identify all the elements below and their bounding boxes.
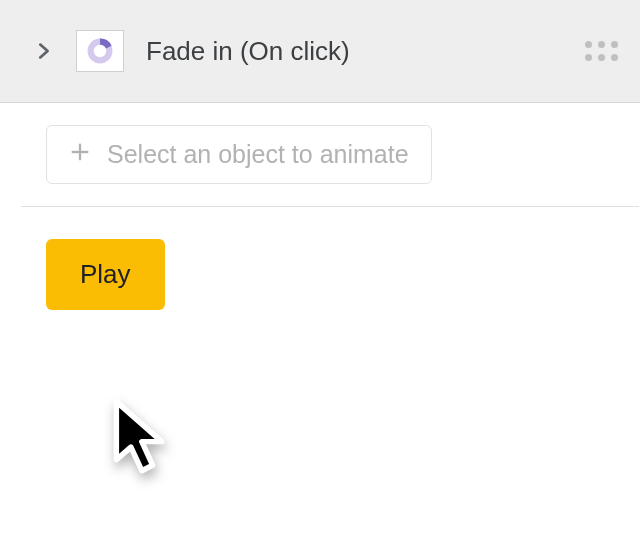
svg-point-1: [95, 46, 104, 55]
play-row: Play: [0, 207, 640, 342]
drag-handle-icon[interactable]: [584, 34, 618, 68]
object-thumbnail: [76, 30, 124, 72]
animation-list-item[interactable]: Fade in (On click): [0, 0, 640, 103]
plus-icon: [69, 140, 91, 169]
select-object-label: Select an object to animate: [107, 140, 409, 169]
animation-panel: Fade in (On click) Select an object to a…: [0, 0, 640, 538]
animation-label: Fade in (On click): [146, 36, 562, 67]
select-object-button[interactable]: Select an object to animate: [46, 125, 432, 184]
chevron-right-icon[interactable]: [32, 40, 54, 62]
select-object-row: Select an object to animate: [0, 103, 640, 206]
play-button[interactable]: Play: [46, 239, 165, 310]
